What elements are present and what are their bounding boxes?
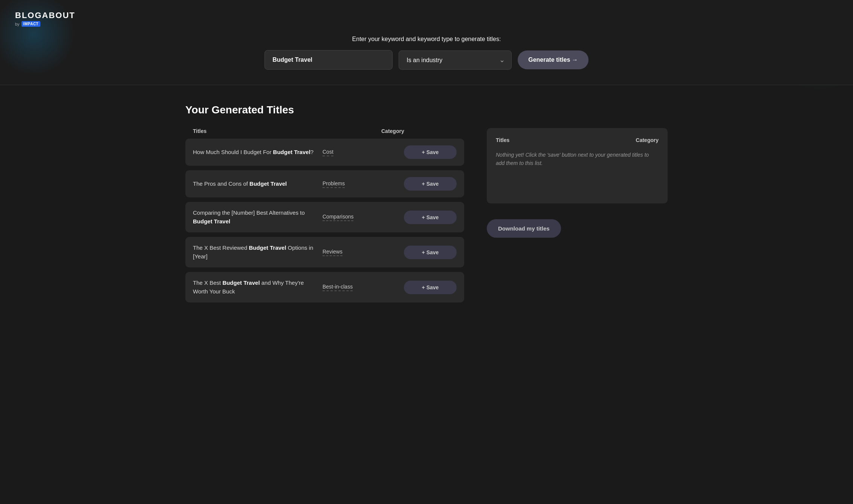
header-center: Enter your keyword and keyword type to g…: [15, 36, 838, 70]
input-row: Is an industry Is a product Is a service…: [264, 50, 589, 70]
category-text-3: Comparisons: [323, 213, 398, 221]
title-text-2: The Pros and Cons of Budget Travel: [193, 180, 316, 188]
category-text-2: Problems: [323, 180, 398, 188]
save-button-4[interactable]: + Save: [404, 246, 457, 259]
logo-text: BLOGABOUT: [15, 11, 838, 20]
title-rows-container: How Much Should I Budget For Budget Trav…: [185, 139, 464, 302]
logo: BLOGABOUT by IMPACT: [15, 11, 838, 27]
save-button-3[interactable]: + Save: [404, 211, 457, 224]
save-button-5[interactable]: + Save: [404, 281, 457, 294]
save-button-2[interactable]: + Save: [404, 177, 457, 191]
logo-by-text: by: [15, 22, 20, 26]
impact-badge: IMPACT: [21, 21, 41, 27]
table-row: The X Best Reviewed Budget Travel Option…: [185, 237, 464, 267]
category-col-header: Category: [381, 128, 457, 134]
saved-category-header: Category: [636, 137, 659, 143]
main-content: Your Generated Titles Titles Category Ho…: [163, 85, 690, 326]
saved-titles-header: Titles: [496, 137, 636, 143]
table-row: The Pros and Cons of Budget TravelProble…: [185, 170, 464, 197]
download-button[interactable]: Download my titles: [487, 219, 561, 238]
saved-column: Titles Category Nothing yet! Click the '…: [487, 128, 668, 307]
title-text-1: How Much Should I Budget For Budget Trav…: [193, 148, 316, 157]
logo-by-line: by IMPACT: [15, 21, 838, 27]
keyword-type-wrapper: Is an industry Is a product Is a service…: [399, 50, 512, 70]
header-prompt: Enter your keyword and keyword type to g…: [352, 36, 501, 43]
save-button-1[interactable]: + Save: [404, 145, 457, 159]
titles-col-header: Titles: [193, 128, 375, 134]
titles-column: Titles Category How Much Should I Budget…: [185, 128, 464, 307]
table-row: How Much Should I Budget For Budget Trav…: [185, 139, 464, 166]
table-row: The X Best Budget Travel and Why They're…: [185, 272, 464, 302]
generate-button[interactable]: Generate titles →: [518, 50, 589, 69]
logo-blog: BLOGABOUT: [15, 11, 75, 20]
section-title: Your Generated Titles: [185, 104, 668, 116]
keyword-type-select[interactable]: Is an industry Is a product Is a service…: [399, 50, 512, 70]
keyword-input[interactable]: [264, 50, 393, 70]
content-grid: Titles Category How Much Should I Budget…: [185, 128, 668, 307]
table-row: Comparing the [Number] Best Alternatives…: [185, 202, 464, 232]
col-headers: Titles Category: [185, 128, 464, 139]
title-text-3: Comparing the [Number] Best Alternatives…: [193, 209, 316, 226]
header-section: BLOGABOUT by IMPACT Enter your keyword a…: [0, 0, 853, 85]
category-text-5: Best-in-class: [323, 283, 398, 291]
saved-box: Titles Category Nothing yet! Click the '…: [487, 128, 668, 203]
title-text-4: The X Best Reviewed Budget Travel Option…: [193, 244, 316, 261]
saved-empty-message: Nothing yet! Click the 'save' button nex…: [496, 151, 659, 168]
category-text-4: Reviews: [323, 248, 398, 256]
saved-col-headers: Titles Category: [496, 137, 659, 143]
category-text-1: Cost: [323, 148, 398, 156]
title-text-5: The X Best Budget Travel and Why They're…: [193, 279, 316, 296]
